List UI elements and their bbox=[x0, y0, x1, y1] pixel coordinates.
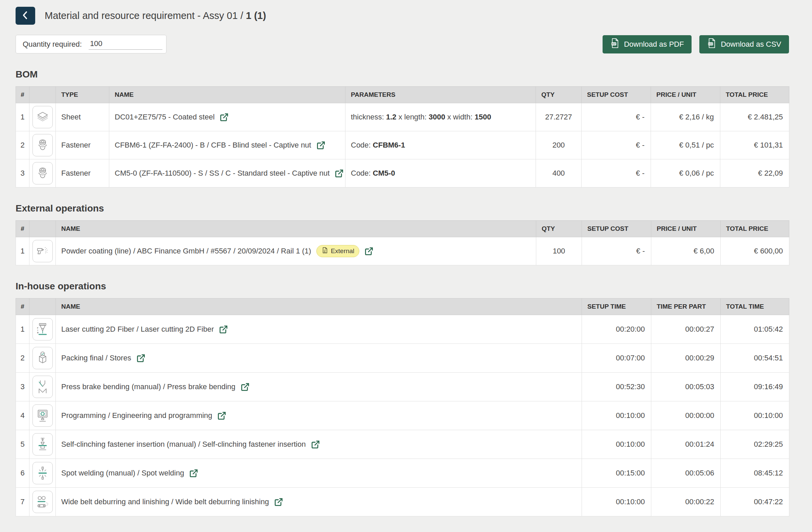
item-total-price: € 101,31 bbox=[720, 131, 789, 159]
parameter-value: CFBM6-1 bbox=[373, 141, 405, 149]
item-time-per-part: 00:00:29 bbox=[651, 344, 721, 373]
packing-icon bbox=[32, 347, 53, 369]
col-total-price: TOTAL PRICE bbox=[721, 221, 789, 237]
bom-row: 2FastenerCFBM6-1 (ZF-FA-2400) - B / CFB … bbox=[16, 131, 789, 159]
name-cell: Spot welding (manual) / Spot welding bbox=[56, 459, 582, 488]
parameter-label: Code: bbox=[351, 141, 373, 149]
col-num: # bbox=[16, 299, 29, 315]
item-icon-cell bbox=[29, 430, 56, 459]
download-buttons: PDF Download as PDF CSV Download as CSV bbox=[603, 35, 789, 54]
item-price-unit: € 6,00 bbox=[651, 237, 721, 265]
external-link-icon[interactable] bbox=[189, 469, 198, 478]
external-link-icon[interactable] bbox=[219, 325, 228, 334]
toolbar: Quantity required: PDF Download as PDF C… bbox=[16, 35, 789, 54]
item-time-per-part: 00:00:22 bbox=[651, 488, 721, 516]
quantity-input[interactable] bbox=[89, 39, 162, 50]
external-badge-icon bbox=[321, 247, 329, 256]
csv-file-icon: CSV bbox=[707, 38, 716, 51]
inhouse-ops-header-row: # NAME SETUP TIME TIME PER PART TOTAL TI… bbox=[16, 299, 789, 315]
parameter-label: Code: bbox=[351, 169, 373, 177]
name-cell: Self-clinching fastener insertion (manua… bbox=[56, 430, 582, 459]
col-price-unit: PRICE / UNIT bbox=[651, 221, 721, 237]
item-icon-cell bbox=[29, 401, 56, 430]
parameter-value: 3000 bbox=[429, 113, 445, 121]
row-number: 1 bbox=[16, 237, 29, 265]
quantity-card: Quantity required: bbox=[16, 35, 166, 54]
col-total-time: TOTAL TIME bbox=[721, 299, 789, 315]
external-badge: External bbox=[316, 245, 360, 257]
sheet-icon bbox=[32, 106, 53, 128]
col-type: TYPE bbox=[56, 87, 109, 103]
item-qty: 27.2727 bbox=[536, 103, 582, 131]
item-setup-cost: € - bbox=[582, 237, 651, 265]
powder-coating-icon bbox=[32, 240, 53, 262]
item-setup-cost: € - bbox=[582, 159, 651, 187]
svg-text:PDF: PDF bbox=[612, 43, 616, 45]
item-type: Fastener bbox=[56, 159, 109, 187]
item-price-unit: € 2,16 / kg bbox=[651, 103, 720, 131]
item-name: Programming / Engineering and programmin… bbox=[61, 411, 212, 420]
download-csv-button[interactable]: CSV Download as CSV bbox=[699, 35, 789, 54]
name-cell: Powder coating (line) / ABC Finance GmbH… bbox=[56, 237, 536, 265]
parameter-label: x width: bbox=[445, 113, 475, 121]
item-price-unit: € 0,06 / pc bbox=[651, 159, 720, 187]
name-cell: Laser cutting 2D Fiber / Laser cutting 2… bbox=[56, 315, 582, 344]
item-icon-cell bbox=[29, 373, 56, 401]
inhouse-op-row: 3Press brake bending (manual) / Press br… bbox=[16, 373, 789, 401]
row-number: 1 bbox=[16, 103, 29, 131]
external-link-icon[interactable] bbox=[274, 498, 283, 507]
item-total-time: 00:10:00 bbox=[721, 401, 789, 430]
name-cell: CFBM6-1 (ZF-FA-2400) - B / CFB - Blind s… bbox=[109, 131, 345, 159]
item-name: Wide belt deburring and linishing / Wide… bbox=[61, 498, 269, 506]
page-header: Material and resource requirement - Assy… bbox=[16, 7, 789, 25]
item-total-price: € 22,09 bbox=[720, 159, 789, 187]
col-qty: QTY bbox=[536, 221, 582, 237]
row-number: 2 bbox=[16, 131, 29, 159]
item-icon-cell bbox=[29, 131, 56, 159]
external-link-icon[interactable] bbox=[217, 411, 226, 420]
item-icon-cell bbox=[29, 344, 56, 373]
item-type: Fastener bbox=[56, 131, 109, 159]
row-number: 4 bbox=[16, 401, 29, 430]
external-op-row: 1Powder coating (line) / ABC Finance Gmb… bbox=[16, 237, 789, 265]
download-csv-label: Download as CSV bbox=[721, 40, 781, 49]
parameters-cell: Code: CFBM6-1 bbox=[345, 131, 536, 159]
item-total-time: 01:05:42 bbox=[721, 315, 789, 344]
item-name: Packing final / Stores bbox=[61, 354, 131, 362]
external-ops-header-row: # NAME QTY SETUP COST PRICE / UNIT TOTAL… bbox=[16, 221, 789, 237]
item-qty: 100 bbox=[536, 237, 582, 265]
item-time-per-part: 00:05:03 bbox=[651, 373, 721, 401]
name-cell: DC01+ZE75/75 - Coated steel bbox=[109, 103, 345, 131]
col-setup-time: SETUP TIME bbox=[582, 299, 651, 315]
download-pdf-button[interactable]: PDF Download as PDF bbox=[603, 35, 692, 54]
item-icon-cell bbox=[29, 488, 56, 516]
parameter-label: x length: bbox=[396, 113, 429, 121]
item-time-per-part: 00:01:24 bbox=[651, 430, 721, 459]
external-link-icon[interactable] bbox=[335, 169, 344, 178]
external-link-icon[interactable] bbox=[311, 440, 320, 449]
external-link-icon[interactable] bbox=[364, 247, 374, 256]
col-name: NAME bbox=[56, 221, 536, 237]
inhouse-op-row: 7Wide belt deburring and linishing / Wid… bbox=[16, 488, 789, 516]
spot-welding-icon bbox=[32, 462, 53, 484]
parameters-cell: thickness: 1.2 x length: 3000 x width: 1… bbox=[345, 103, 536, 131]
bom-table: # TYPE NAME PARAMETERS QTY SETUP COST PR… bbox=[16, 86, 789, 187]
external-link-icon[interactable] bbox=[241, 383, 250, 391]
col-setup-cost: SETUP COST bbox=[582, 221, 651, 237]
external-link-icon[interactable] bbox=[220, 113, 229, 122]
download-pdf-label: Download as PDF bbox=[624, 40, 684, 49]
item-name: CM5-0 (ZF-FA-110500) - S / SS / C - Stan… bbox=[115, 169, 330, 178]
item-setup-time: 00:15:00 bbox=[582, 459, 651, 488]
item-qty: 400 bbox=[536, 159, 582, 187]
back-button[interactable] bbox=[16, 7, 35, 25]
col-name: NAME bbox=[56, 299, 582, 315]
item-name: Press brake bending (manual) / Press bra… bbox=[61, 383, 235, 391]
inhouse-op-row: 2Packing final / Stores00:07:0000:00:290… bbox=[16, 344, 789, 373]
item-setup-time: 00:20:00 bbox=[582, 315, 651, 344]
col-setup-cost: SETUP COST bbox=[582, 87, 651, 103]
external-link-icon[interactable] bbox=[136, 354, 145, 363]
item-qty: 200 bbox=[536, 131, 582, 159]
external-link-icon[interactable] bbox=[316, 141, 325, 150]
page: Material and resource requirement - Assy… bbox=[0, 0, 812, 532]
fastener-icon bbox=[32, 162, 53, 184]
